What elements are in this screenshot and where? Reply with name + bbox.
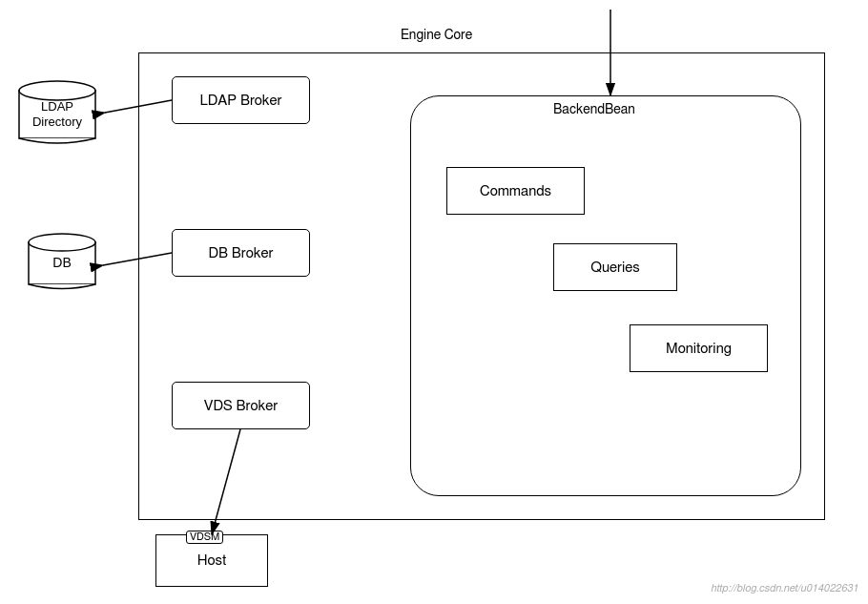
monitoring-box: Monitoring: [630, 324, 768, 372]
queries-label: Queries: [590, 260, 640, 276]
svg-text:DB: DB: [52, 255, 71, 270]
vds-broker-box: VDS Broker: [172, 382, 310, 429]
ldap-broker-box: LDAP Broker: [172, 76, 310, 124]
backend-bean-box: [410, 95, 801, 496]
ldap-broker-label: LDAP Broker: [199, 93, 281, 109]
monitoring-label: Monitoring: [666, 341, 732, 357]
db-broker-label: DB Broker: [209, 245, 274, 261]
vds-broker-label: VDS Broker: [204, 398, 279, 414]
commands-box: Commands: [446, 167, 585, 215]
engine-core-label: Engine Core: [401, 29, 472, 43]
watermark: http://blog.csdn.net/u014022631: [711, 583, 858, 594]
queries-box: Queries: [553, 243, 677, 291]
svg-text:Directory: Directory: [32, 115, 83, 129]
db-cylinder: DB: [24, 229, 100, 296]
svg-point-5: [29, 234, 95, 251]
svg-text:LDAP: LDAP: [41, 99, 73, 114]
db-broker-box: DB Broker: [172, 229, 310, 277]
backend-bean-label: BackendBean: [553, 103, 635, 117]
diagram: Engine Core BackendBean LDAP Directory D…: [0, 0, 868, 604]
ldap-directory: LDAP Directory: [14, 76, 100, 148]
svg-point-1: [19, 81, 95, 100]
vdsm-label: VDSM: [186, 531, 223, 544]
commands-label: Commands: [480, 183, 551, 199]
host-label: Host: [197, 552, 226, 569]
